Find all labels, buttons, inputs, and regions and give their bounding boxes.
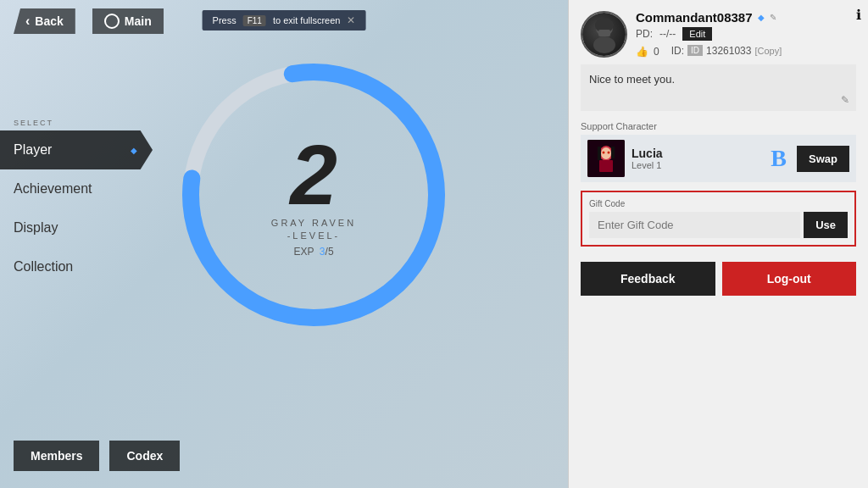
svg-rect-5 [598,30,610,36]
game-label-text: GRAY RAVEN [271,218,356,228]
svg-rect-9 [598,147,601,160]
press-text: Press [213,15,236,25]
members-button[interactable]: Members [14,441,99,471]
svg-point-13 [608,152,610,154]
main-button[interactable]: Main [92,8,164,34]
f11-key: F11 [243,15,266,26]
bio-section: Nice to meet you. ✎ [581,64,856,111]
sidebar-item-achievement-label: Achievement [14,181,92,196]
pd-label: PD: [636,28,653,40]
copy-label: [Copy] [754,46,782,56]
exp-max: 5 [328,246,334,258]
swap-label: Swap [809,152,837,165]
svg-point-3 [593,36,615,53]
char-name: Lucia [632,147,764,160]
sidebar-item-display[interactable]: Display [0,208,153,247]
profile-info: Commandant08387 ◆ ✎ PD: --/-- Edit 👍 0 I… [636,10,856,58]
id-value: 13261033 [706,45,751,57]
gift-code-label: Gift Code [589,199,848,208]
gift-code-input[interactable] [589,212,800,238]
bio-text: Nice to meet you. [589,73,675,86]
avatar-svg [583,13,626,55]
svg-rect-10 [611,147,615,158]
level-number: 2 [271,132,356,217]
avatar-image [582,13,626,56]
level-game-label: GRAY RAVEN -LEVEL- [271,217,356,243]
exp-current: 3 [320,246,326,258]
id-label: ID: [671,45,684,57]
feedback-button[interactable]: Feedback [581,262,715,296]
gift-code-row: Use [589,212,848,238]
edit-pd-button[interactable]: Edit [682,27,712,41]
pd-value: --/-- [659,28,676,40]
id-row: ID: ID 13261033 [Copy] [671,45,782,57]
level-exp: EXP 3/5 [271,246,356,258]
svg-rect-8 [599,160,613,172]
logout-label: Log-out [767,272,811,286]
main-label: Main [125,14,152,28]
username: Commandant08387 [636,10,753,25]
use-gift-code-button[interactable]: Use [804,212,848,238]
close-notice-button[interactable]: ✕ [347,14,355,26]
char-info: Lucia Level 1 [632,147,764,170]
sidebar-item-achievement[interactable]: Achievement [0,169,153,208]
fullscreen-notice: Press F11 to exit fullscreen ✕ [203,10,366,30]
pd-row: PD: --/-- Edit [636,27,856,41]
copy-id-button[interactable]: [Copy] [754,46,782,56]
sidebar-item-display-label: Display [14,220,58,235]
svg-point-12 [603,152,605,154]
right-panel: ℹ Commandant08387 ◆ ✎ PD: [568,0,868,488]
gift-code-section: Gift Code Use [581,191,856,247]
char-avatar [587,140,625,177]
likes-count: 0 [654,46,659,58]
circle-icon [104,14,120,29]
back-button[interactable]: ‹ Back [14,8,75,34]
level-label-text: -LEVEL- [287,230,341,241]
thumbs-up-icon: 👍 [636,46,648,58]
sidebar-item-player-label: Player [14,142,52,157]
action-text: to exit fullscreen [273,15,340,25]
back-label: Back [35,14,63,28]
exp-label: EXP [293,246,314,258]
id-bar-label: ID [687,45,703,56]
codex-label: Codex [126,449,163,463]
level-circle-container: 2 GRAY RAVEN -LEVEL- EXP 3/5 [170,51,458,339]
sidebar-item-player[interactable]: Player [0,130,153,169]
use-label: Use [815,219,836,231]
select-label: SELECT [0,119,153,127]
sidebar-item-collection-label: Collection [14,259,73,274]
char-level: Level 1 [632,160,764,170]
support-card: Lucia Level 1 B Swap [581,135,856,182]
level-center: 2 GRAY RAVEN -LEVEL- EXP 3/5 [271,132,356,258]
feedback-label: Feedback [620,272,676,286]
sidebar-item-collection[interactable]: Collection [0,247,153,286]
sidebar-menu: SELECT Player Achievement Display Collec… [0,119,153,286]
rank-badge: B [771,145,787,172]
avatar [581,11,627,58]
left-panel: ‹ Back Main Press F11 to exit fullscreen… [0,0,568,488]
edit-pencil-icon[interactable]: ✎ [770,13,776,22]
likes-row: 👍 0 [636,46,659,58]
support-label: Support Character [569,118,868,135]
members-label: Members [31,449,82,463]
swap-button[interactable]: Swap [797,146,849,172]
lucia-avatar-svg [587,140,625,177]
bottom-buttons: Members Codex [14,441,180,471]
diamond-icon: ◆ [758,13,765,22]
bio-edit-icon[interactable]: ✎ [841,94,849,106]
action-buttons: Feedback Log-out [569,255,868,308]
profile-header: Commandant08387 ◆ ✎ PD: --/-- Edit 👍 0 I… [569,0,868,64]
username-row: Commandant08387 ◆ ✎ [636,10,856,25]
chevron-left-icon: ‹ [25,14,30,29]
codex-button[interactable]: Codex [109,441,180,471]
logout-button[interactable]: Log-out [722,262,857,296]
svg-point-11 [601,147,611,159]
edit-pd-label: Edit [689,29,705,39]
